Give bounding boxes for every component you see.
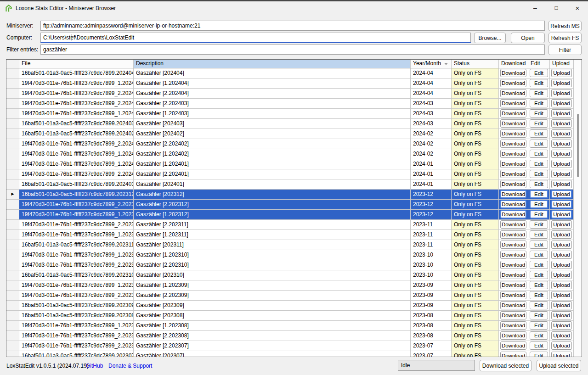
row-download-button[interactable]: Download	[500, 220, 526, 229]
row-edit-button[interactable]: Edit	[530, 241, 548, 249]
year-month-cell[interactable]: 2024-02	[411, 139, 452, 149]
refresh-fs-button[interactable]: Refresh FS	[548, 33, 582, 43]
row-selector-cell[interactable]	[6, 230, 19, 240]
row-edit-button[interactable]: Edit	[530, 301, 548, 309]
file-cell[interactable]: 16baf501-01a3-0ac5-fffff237c9dc7899.2023…	[19, 190, 134, 200]
row-edit-button[interactable]: Edit	[530, 291, 548, 299]
year-month-cell[interactable]: 2023-09	[411, 291, 452, 301]
description-cell[interactable]: Gaszähler [2.202310]	[134, 260, 411, 270]
row-selector-cell[interactable]: ▶	[6, 190, 19, 200]
minimize-button[interactable]: –	[525, 1, 546, 15]
row-download-button[interactable]: Download	[500, 79, 526, 87]
file-cell[interactable]: 19f470d3-011e-76b1-fffff237c9dc7899_2.20…	[19, 89, 134, 99]
row-upload-button[interactable]: Upload	[551, 129, 572, 138]
description-cell[interactable]: Gaszähler [1.202310]	[134, 250, 411, 260]
browse-button[interactable]: Browse...	[474, 33, 506, 43]
row-edit-button[interactable]: Edit	[530, 261, 548, 269]
file-cell[interactable]: 16baf501-01a3-0ac5-fffff237c9dc7899.2023…	[19, 351, 134, 357]
status-cell[interactable]: Only on FS	[452, 291, 499, 301]
row-download-button[interactable]: Download	[500, 331, 526, 340]
row-upload-button[interactable]: Upload	[551, 251, 572, 259]
status-cell[interactable]: Only on FS	[452, 260, 499, 270]
row-upload-button[interactable]: Upload	[551, 301, 572, 309]
year-month-cell[interactable]: 2024-01	[411, 179, 452, 190]
row-selector-cell[interactable]	[6, 250, 19, 260]
status-cell[interactable]: Only on FS	[452, 321, 499, 331]
row-edit-button[interactable]: Edit	[530, 180, 548, 188]
status-cell[interactable]: Only on FS	[452, 169, 499, 179]
description-cell[interactable]: Gaszähler [202311]	[134, 240, 411, 250]
row-download-button[interactable]: Download	[500, 251, 526, 259]
row-selector-cell[interactable]	[6, 280, 19, 291]
row-upload-button[interactable]: Upload	[551, 341, 572, 350]
row-selector-cell[interactable]	[6, 270, 19, 280]
row-selector-cell[interactable]	[6, 260, 19, 270]
donate-support-link[interactable]: Donate & Support	[108, 362, 152, 369]
status-cell[interactable]: Only on FS	[452, 119, 499, 129]
row-upload-button[interactable]: Upload	[551, 79, 572, 87]
file-cell[interactable]: 16baf501-01a3-0ac5-fffff237c9dc7899.2024…	[19, 179, 134, 190]
row-edit-button[interactable]: Edit	[530, 129, 548, 138]
file-cell[interactable]: 19f470d3-011e-76b1-fffff237c9dc7899_1.20…	[19, 321, 134, 331]
row-download-button[interactable]: Download	[500, 129, 526, 138]
row-edit-button[interactable]: Edit	[530, 190, 548, 198]
row-download-button[interactable]: Download	[500, 210, 526, 218]
description-cell[interactable]: Gaszähler [2.202404]	[134, 89, 411, 99]
row-selector-cell[interactable]	[6, 210, 19, 220]
scrollbar-thumb[interactable]	[577, 114, 579, 177]
year-month-cell[interactable]: 2023-12	[411, 210, 452, 220]
status-cell[interactable]: Only on FS	[452, 331, 499, 341]
row-edit-button[interactable]: Edit	[530, 331, 548, 340]
row-download-button[interactable]: Download	[500, 119, 526, 128]
year-month-cell[interactable]: 2024-02	[411, 129, 452, 139]
download-selected-button[interactable]: Download selected	[480, 360, 531, 371]
column-header-file[interactable]: File	[19, 60, 134, 68]
column-header-status[interactable]: Status	[452, 60, 499, 68]
row-download-button[interactable]: Download	[500, 271, 526, 279]
row-download-button[interactable]: Download	[500, 99, 526, 107]
file-cell[interactable]: 16baf501-01a3-0ac5-fffff237c9dc7899.2024…	[19, 119, 134, 129]
row-selector-cell[interactable]	[6, 139, 19, 149]
row-selector-cell[interactable]	[6, 291, 19, 301]
year-month-cell[interactable]: 2024-03	[411, 99, 452, 109]
row-download-button[interactable]: Download	[500, 109, 526, 118]
row-selector-cell[interactable]	[6, 68, 19, 78]
row-upload-button[interactable]: Upload	[551, 261, 572, 269]
row-selector-cell[interactable]	[6, 99, 19, 109]
row-upload-button[interactable]: Upload	[551, 311, 572, 319]
row-upload-button[interactable]: Upload	[551, 89, 572, 97]
vertical-scrollbar[interactable]	[574, 60, 582, 357]
description-cell[interactable]: Gaszähler [2.202307]	[134, 341, 411, 351]
row-download-button[interactable]: Download	[500, 352, 526, 357]
year-month-cell[interactable]: 2023-10	[411, 260, 452, 270]
row-upload-button[interactable]: Upload	[551, 109, 572, 118]
row-download-button[interactable]: Download	[500, 200, 526, 208]
row-upload-button[interactable]: Upload	[551, 140, 572, 148]
column-header-download[interactable]: Download	[499, 60, 528, 68]
row-download-button[interactable]: Download	[500, 150, 526, 158]
description-cell[interactable]: Gaszähler [1.202311]	[134, 230, 411, 240]
description-cell[interactable]: Gaszähler [202307]	[134, 351, 411, 357]
row-download-button[interactable]: Download	[500, 160, 526, 168]
column-header-edit[interactable]: Edit	[528, 60, 550, 68]
row-selector-cell[interactable]	[6, 129, 19, 139]
status-cell[interactable]: Only on FS	[452, 190, 499, 200]
file-cell[interactable]: 16baf501-01a3-0ac5-fffff237c9dc7899.2023…	[19, 301, 134, 311]
status-cell[interactable]: Only on FS	[452, 149, 499, 159]
year-month-cell[interactable]: 2023-12	[411, 200, 452, 210]
year-month-cell[interactable]: 2024-03	[411, 109, 452, 119]
description-cell[interactable]: Gaszähler [202402]	[134, 129, 411, 139]
row-upload-button[interactable]: Upload	[551, 352, 572, 357]
column-header-description[interactable]: Description	[134, 60, 411, 68]
year-month-cell[interactable]: 2024-01	[411, 159, 452, 169]
status-cell[interactable]: Only on FS	[452, 139, 499, 149]
year-month-cell[interactable]: 2023-07	[411, 341, 452, 351]
miniserver-input[interactable]	[40, 21, 545, 31]
status-cell[interactable]: Only on FS	[452, 311, 499, 321]
row-selector-cell[interactable]	[6, 341, 19, 351]
status-cell[interactable]: Only on FS	[452, 270, 499, 280]
row-upload-button[interactable]: Upload	[551, 150, 572, 158]
close-button[interactable]: ×	[567, 1, 588, 15]
row-download-button[interactable]: Download	[500, 170, 526, 178]
file-cell[interactable]: 19f470d3-011e-76b1-fffff237c9dc7899_1.20…	[19, 230, 134, 240]
